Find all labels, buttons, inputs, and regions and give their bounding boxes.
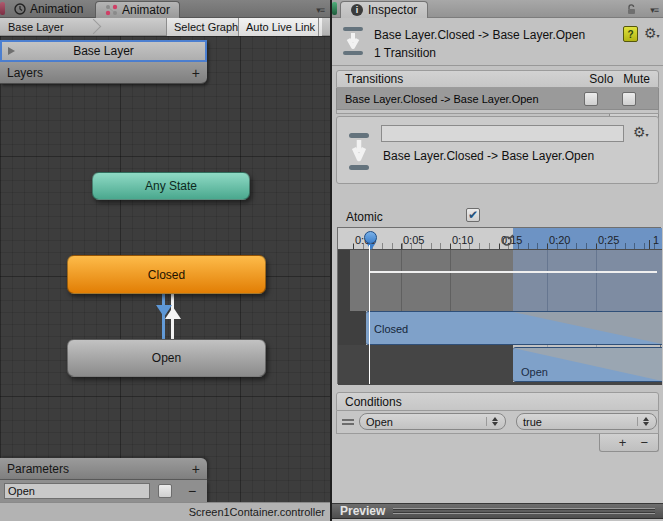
auto-live-link-button[interactable]: Auto Live Link [238,18,322,36]
breadcrumb[interactable]: Base Layer [8,22,64,33]
dropdown-arrows-icon [637,417,649,426]
node-label: Any State [145,179,197,193]
condition-row: Open true [336,411,659,434]
tab-animator-label: Animator [122,3,170,17]
conditions-section-header: Conditions [336,392,659,411]
dock-tab-stub [0,2,5,15]
transition-timeline[interactable]: 0:00 0:05 0:10 0:15 0:20 0:25 1 [337,227,661,384]
open-clip-bar[interactable]: Open [513,347,662,382]
mute-checkbox[interactable] [622,92,636,106]
closed-clip-bar[interactable]: Closed [366,311,662,345]
node-label: Open [152,351,181,365]
transition-detail-box: ⚙▾ Base Layer.Closed -> Base Layer.Open [336,116,659,184]
add-parameter-button[interactable]: + [192,461,200,477]
tab-animator[interactable]: Animator [95,1,180,18]
state-node-any-state[interactable]: Any State [92,172,250,200]
ruler-tick-label: 0:05 [403,234,424,246]
layer-item-label: Base Layer [73,44,134,58]
remove-condition-button[interactable]: − [640,435,648,450]
controller-path-label: Screen1Container.controller [189,506,325,518]
tab-inspector-label: Inspector [368,3,417,17]
drag-handle-icon[interactable] [342,418,354,426]
animator-toolbar: Base Layer Select Graph Auto Live Link [0,18,330,36]
blend-curve-line [370,271,657,273]
lock-icon[interactable] [626,4,637,15]
parameters-header-label: Parameters [7,462,69,476]
transitions-header-label: Transitions [345,72,403,86]
playhead-line [369,245,370,384]
inspector-panel: i Inspector ▾≡ Base Layer.Closed -> Base… [332,0,663,521]
state-node-open[interactable]: Open [67,339,266,377]
inspector-tab-bar: i Inspector ▾≡ [332,0,663,18]
inspector-header: Base Layer.Closed -> Base Layer.Open 1 T… [332,18,663,66]
blend-zone-transition[interactable] [513,250,662,311]
tab-inspector[interactable]: i Inspector [340,1,428,18]
node-label: Closed [148,268,185,282]
gear-icon[interactable]: ⚙▾ [644,26,660,40]
closed-row-margin [338,311,366,345]
exit-time-marker-icon[interactable] [501,234,514,247]
toolbar-divider [318,18,319,36]
ruler-tick-label-end: 1 [653,234,659,246]
closed-clip-label: Closed [374,323,408,335]
ruler-tick-label: 0:25 [598,234,619,246]
preview-bar[interactable]: Preview [332,503,663,519]
ruler-tick-label: 0:10 [452,234,473,246]
gear-icon[interactable]: ⚙▾ [633,125,649,139]
conditions-header-label: Conditions [345,395,402,409]
open-row-margin [338,345,513,384]
conditions-list-toolbar: + − [599,434,659,452]
condition-value-dropdown[interactable]: true [516,413,657,430]
gear-dropdown-icon: ▾ [646,132,649,138]
solo-checkbox[interactable] [584,92,598,106]
solo-column-label: Solo [589,72,613,86]
checkmark-icon: ✔ [468,208,478,222]
animator-tab-bar: Animation Animator ▾≡ [0,0,330,18]
transition-title: Base Layer.Closed -> Base Layer.Open [374,28,585,42]
mute-column-label: Mute [623,72,650,86]
info-icon: i [351,4,363,16]
transition-arrow-up-icon [165,307,181,319]
state-node-closed[interactable]: Closed [67,255,266,294]
atomic-checkbox[interactable]: ✔ [466,208,480,222]
help-book-icon[interactable]: ? [623,26,638,42]
transition-list-row[interactable]: Base Layer.Closed -> Base Layer.Open [336,88,659,110]
animator-status-bar: Screen1Container.controller [0,502,330,521]
panel-menu-icon[interactable]: ▾≡ [650,5,658,15]
parameter-bool-checkbox[interactable] [158,484,172,498]
parameter-name-input[interactable] [4,483,150,499]
panel-menu-icon[interactable]: ▾≡ [316,5,324,15]
breadcrumb-chevron-icon [86,19,102,35]
transition-icon [349,129,369,173]
select-graph-button[interactable]: Select Graph [166,18,245,36]
open-clip-label: Open [521,366,548,378]
transition-name-input[interactable] [381,125,624,142]
timeline-bottom-strip [338,382,662,385]
add-condition-button[interactable]: + [619,435,627,450]
add-layer-button[interactable]: + [192,65,200,81]
parameters-panel-header[interactable]: Parameters + [0,458,207,480]
transition-count: 1 Transition [374,46,436,60]
tab-animation[interactable]: Animation [8,0,89,18]
remove-parameter-button[interactable]: − [188,483,196,499]
closed-fade-wedge [513,312,662,344]
layers-header-label: Layers [7,66,43,80]
layer-item-base-layer[interactable]: Base Layer [0,40,207,62]
atomic-label: Atomic [346,210,383,224]
unity-editor-window: Animation Animator ▾≡ Base Layer Select … [0,0,663,521]
playhead-marker-icon[interactable] [364,231,377,244]
condition-parameter-dropdown[interactable]: Open [359,413,506,430]
foldout-triangle-icon[interactable] [8,47,15,55]
blend-zone-left-margin [338,250,350,311]
blend-zone[interactable] [350,250,513,311]
tab-animation-label: Animation [30,2,83,16]
transitions-section-header: Transitions Solo Mute [336,70,659,88]
dock-tab-stub [332,2,337,15]
state-machine-graph[interactable]: Base Layer Layers + Any State Closed Ope… [0,36,330,502]
preview-drag-handle[interactable] [393,508,655,514]
ruler-tick-label: 0:20 [549,234,570,246]
transition-row-label: Base Layer.Closed -> Base Layer.Open [345,93,539,105]
layers-panel-header[interactable]: Layers + [0,62,207,84]
gear-dropdown-icon: ▾ [657,33,660,39]
parameter-row: − [0,480,207,502]
